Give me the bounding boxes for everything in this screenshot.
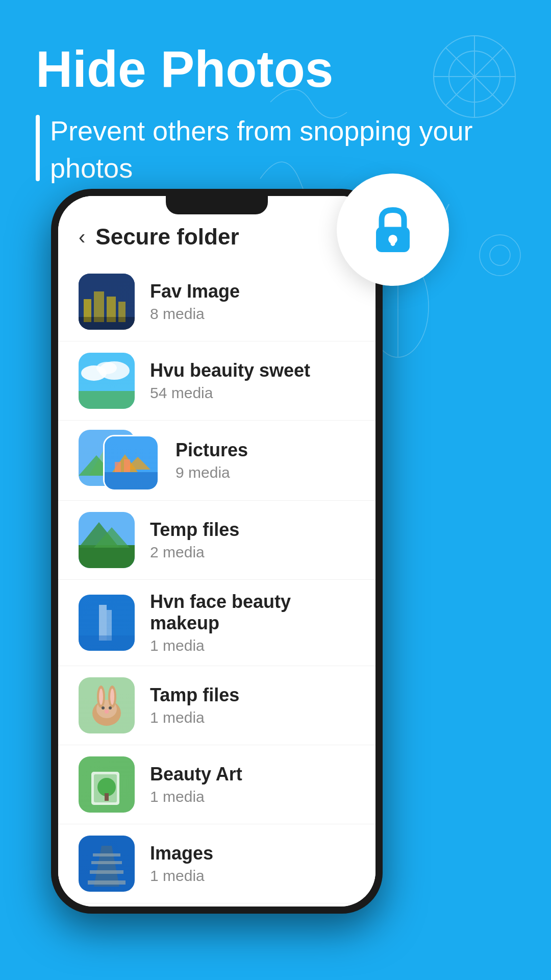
list-item[interactable]: Hvn face beauty makeup 1 media bbox=[58, 580, 375, 666]
svg-point-22 bbox=[96, 362, 117, 374]
folder-name: Tamp files bbox=[150, 684, 355, 706]
folder-thumbnail bbox=[79, 836, 135, 892]
back-button[interactable]: ‹ bbox=[79, 226, 85, 249]
list-item[interactable]: Images 1 media bbox=[58, 824, 375, 903]
phone-inner: ‹ Secure folder bbox=[58, 196, 375, 906]
folder-info: Tamp files 1 media bbox=[150, 684, 355, 726]
svg-rect-32 bbox=[124, 459, 130, 472]
svg-rect-30 bbox=[105, 472, 159, 491]
hero-subtitle: Prevent others from snopping your photos bbox=[50, 112, 515, 187]
folder-info: Hvu beauity sweet 54 media bbox=[150, 360, 355, 402]
hero-section: Hide Photos Prevent others from snopping… bbox=[0, 0, 551, 187]
phone-notch bbox=[166, 196, 268, 214]
folder-name: Pictures bbox=[176, 439, 355, 461]
folder-count: 2 media bbox=[150, 544, 355, 561]
screen-title: Secure folder bbox=[95, 224, 239, 250]
folder-info: Beauty Art 1 media bbox=[150, 764, 355, 805]
svg-point-8 bbox=[480, 235, 520, 276]
folder-count: 1 media bbox=[150, 867, 355, 885]
folder-count: 1 media bbox=[150, 788, 355, 805]
folder-thumbnail bbox=[79, 756, 135, 813]
list-item[interactable]: Temp files 2 media bbox=[58, 501, 375, 580]
folder-info: Fav Image 8 media bbox=[150, 281, 355, 323]
folder-count: 1 media bbox=[150, 709, 355, 726]
folder-count: 8 media bbox=[150, 305, 355, 323]
picture-thumb-front bbox=[103, 435, 159, 491]
svg-rect-61 bbox=[88, 880, 126, 885]
svg-point-48 bbox=[102, 706, 105, 709]
folder-info: Pictures 9 media bbox=[176, 439, 355, 481]
list-item[interactable]: Hvu beauity sweet 54 media bbox=[58, 341, 375, 421]
svg-rect-34 bbox=[79, 545, 135, 568]
list-item[interactable]: Fav Image 8 media bbox=[58, 262, 375, 341]
pictures-thumbnails bbox=[79, 430, 160, 491]
folder-thumbnail bbox=[79, 353, 135, 409]
folder-name: Hvu beauity sweet bbox=[150, 360, 355, 381]
folder-count: 1 media bbox=[150, 637, 355, 654]
hero-title: Hide Photos bbox=[36, 41, 515, 97]
folder-thumbnail bbox=[79, 595, 135, 651]
svg-point-9 bbox=[490, 245, 510, 265]
folder-name: Fav Image bbox=[150, 281, 355, 302]
list-item[interactable]: Beauty Art 1 media bbox=[58, 745, 375, 824]
hero-subtitle-wrapper: Prevent others from snopping your photos bbox=[36, 112, 515, 187]
svg-rect-23 bbox=[79, 391, 135, 409]
svg-rect-58 bbox=[93, 853, 120, 856]
svg-rect-60 bbox=[90, 870, 123, 874]
folder-name: Temp files bbox=[150, 519, 355, 541]
svg-point-50 bbox=[105, 709, 109, 714]
phone-mockup: ‹ Secure folder bbox=[51, 189, 383, 914]
list-item[interactable]: Tamp files 1 media bbox=[58, 666, 375, 745]
svg-point-47 bbox=[110, 689, 114, 705]
svg-rect-12 bbox=[391, 239, 395, 246]
hero-accent-bar bbox=[36, 115, 40, 181]
folder-count: 9 media bbox=[176, 464, 355, 481]
folder-thumbnail bbox=[79, 512, 135, 568]
list-item-pictures[interactable]: Pictures 9 media bbox=[58, 421, 375, 501]
phone-frame: ‹ Secure folder bbox=[51, 189, 383, 914]
svg-point-49 bbox=[109, 706, 112, 709]
folder-name: Images bbox=[150, 843, 355, 864]
svg-rect-40 bbox=[79, 635, 135, 651]
svg-rect-59 bbox=[91, 861, 122, 864]
svg-rect-55 bbox=[105, 793, 109, 801]
lock-circle bbox=[337, 174, 449, 286]
svg-rect-18 bbox=[79, 317, 135, 330]
folder-count: 54 media bbox=[150, 384, 355, 402]
svg-rect-38 bbox=[99, 605, 107, 641]
screen-content: ‹ Secure folder bbox=[58, 196, 375, 906]
svg-rect-31 bbox=[115, 462, 121, 472]
folder-name: Beauty Art bbox=[150, 764, 355, 785]
svg-point-46 bbox=[99, 689, 103, 705]
folder-info: Hvn face beauty makeup 1 media bbox=[150, 591, 355, 654]
folder-list: Fav Image 8 media bbox=[58, 262, 375, 906]
lock-icon bbox=[365, 202, 421, 258]
folder-info: Temp files 2 media bbox=[150, 519, 355, 561]
folder-info: Images 1 media bbox=[150, 843, 355, 885]
folder-thumbnail bbox=[79, 274, 135, 330]
folder-name: Hvn face beauty makeup bbox=[150, 591, 355, 634]
folder-thumbnail bbox=[79, 677, 135, 733]
